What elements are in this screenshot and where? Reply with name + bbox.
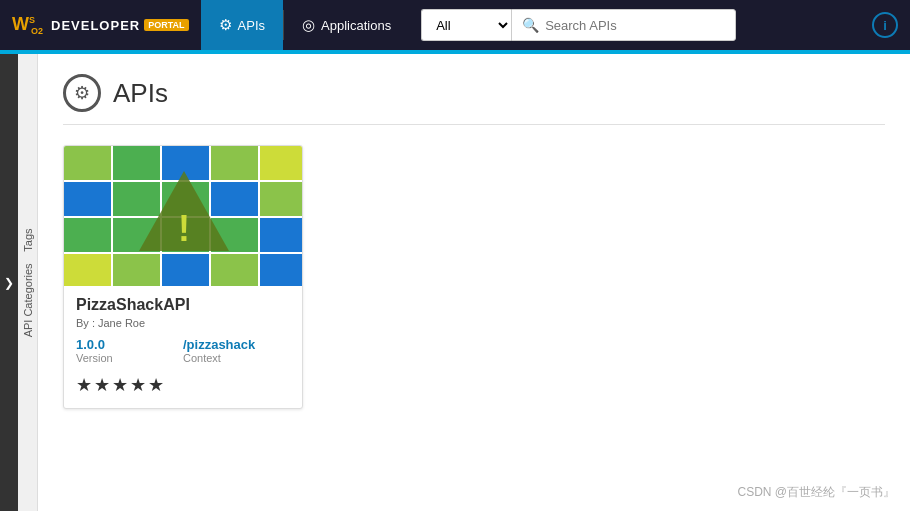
nav-tab-apis[interactable]: ⚙ APIs	[201, 0, 283, 50]
chevron-icon: ❯	[4, 276, 14, 290]
info-button[interactable]: i	[872, 12, 898, 38]
context-label: Context	[183, 352, 290, 364]
cards-grid: ! PizzaShackAPI By : Jane Roe 1.0.0 Vers…	[63, 145, 885, 409]
card-body: PizzaShackAPI By : Jane Roe 1.0.0 Versio…	[64, 286, 302, 408]
svg-rect-15	[64, 254, 111, 286]
card-meta: 1.0.0 Version /pizzashack Context	[76, 337, 290, 364]
page-header: ⚙ APIs	[63, 74, 885, 125]
svg-rect-18	[211, 254, 258, 286]
page-title: APIs	[113, 78, 168, 109]
side-toggle[interactable]: ❯	[0, 54, 18, 511]
svg-rect-19	[260, 254, 302, 286]
filter-dropdown[interactable]: All By Name By Tag By Context	[421, 9, 511, 41]
nav-tabs: ⚙ APIs ◎ Applications	[201, 0, 410, 50]
svg-text:!: !	[178, 208, 190, 249]
context-value: /pizzashack	[183, 337, 290, 352]
header: WSO2 DEVELOPER PORTAL ⚙ APIs ◎ Applicati…	[0, 0, 910, 50]
svg-rect-10	[64, 218, 111, 252]
page-gear-icon: ⚙	[63, 74, 101, 112]
logo-w: WSO2	[12, 14, 47, 37]
card-stars: ★★★★★	[76, 374, 290, 396]
sidebar-item-api-categories[interactable]: API Categories	[19, 257, 37, 343]
mosaic-svg: !	[64, 146, 302, 286]
search-input-wrapper: 🔍	[511, 9, 736, 41]
left-panel: Tags API Categories	[18, 54, 38, 511]
svg-rect-3	[211, 146, 258, 180]
svg-rect-8	[211, 182, 258, 216]
svg-rect-14	[260, 218, 302, 252]
apis-label: APIs	[238, 18, 265, 33]
svg-rect-0	[64, 146, 111, 180]
card-thumbnail: !	[64, 146, 302, 286]
card-author: By : Jane Roe	[76, 317, 290, 329]
gear-icon: ⚙	[219, 16, 232, 34]
svg-rect-17	[162, 254, 209, 286]
svg-rect-16	[113, 254, 160, 286]
search-icon: 🔍	[522, 17, 539, 33]
search-area: All By Name By Tag By Context 🔍	[421, 9, 872, 41]
svg-rect-4	[260, 146, 302, 180]
main-layout: ❯ Tags API Categories ⚙ APIs	[0, 54, 910, 511]
logo-area: WSO2 DEVELOPER PORTAL	[0, 0, 201, 50]
logo-developer: DEVELOPER	[51, 18, 140, 33]
logo: WSO2 DEVELOPER PORTAL	[12, 14, 189, 37]
svg-rect-9	[260, 182, 302, 216]
version-label: Version	[76, 352, 183, 364]
portal-badge: PORTAL	[144, 19, 188, 31]
search-input[interactable]	[545, 18, 725, 33]
content-area: ⚙ APIs	[38, 54, 910, 511]
card-context-value: /pizzashack Context	[183, 337, 290, 364]
vertical-labels: Tags API Categories	[19, 222, 37, 343]
nav-tab-applications[interactable]: ◎ Applications	[284, 0, 409, 50]
card-version-value: 1.0.0 Version	[76, 337, 183, 364]
card-title: PizzaShackAPI	[76, 296, 290, 314]
svg-rect-5	[64, 182, 111, 216]
svg-rect-6	[113, 182, 160, 216]
svg-rect-1	[113, 146, 160, 180]
circle-icon: ◎	[302, 16, 315, 34]
sidebar-item-tags[interactable]: Tags	[19, 222, 37, 257]
applications-label: Applications	[321, 18, 391, 33]
info-label: i	[883, 18, 887, 33]
version-value: 1.0.0	[76, 337, 183, 352]
api-card-pizzashack[interactable]: ! PizzaShackAPI By : Jane Roe 1.0.0 Vers…	[63, 145, 303, 409]
footer-watermark: CSDN @百世经纶『一页书』	[737, 484, 895, 501]
